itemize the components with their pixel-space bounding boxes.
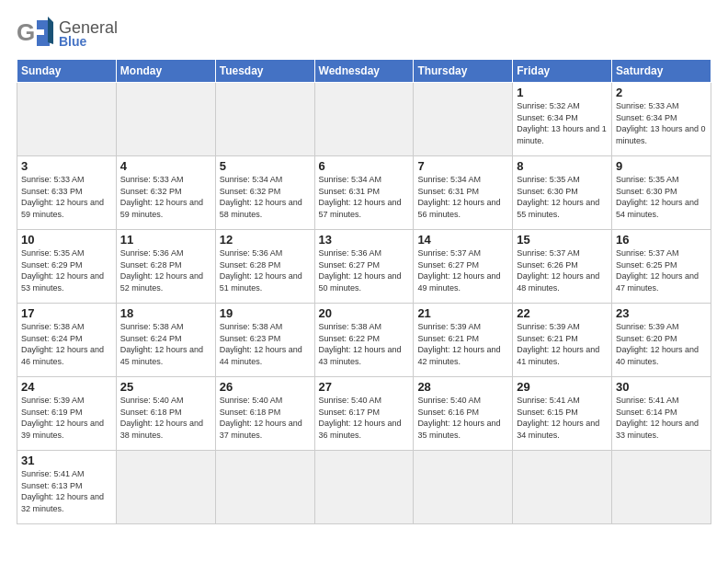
day-info: Sunrise: 5:38 AM Sunset: 6:24 PM Dayligh… [21,321,112,367]
day-number: 24 [21,380,112,394]
logo-blue: Blue [59,34,118,49]
header: G General Blue [17,17,711,50]
day-info: Sunrise: 5:33 AM Sunset: 6:32 PM Dayligh… [120,174,211,220]
calendar-cell [414,451,513,524]
day-number: 4 [120,159,211,173]
day-number: 16 [616,233,707,247]
calendar-cell: 12Sunrise: 5:36 AM Sunset: 6:28 PM Dayli… [215,230,314,304]
calendar-cell: 13Sunrise: 5:36 AM Sunset: 6:27 PM Dayli… [314,230,414,304]
day-info: Sunrise: 5:36 AM Sunset: 6:28 PM Dayligh… [220,247,311,293]
day-number: 17 [21,306,112,320]
calendar-cell: 25Sunrise: 5:40 AM Sunset: 6:18 PM Dayli… [116,377,215,451]
week-row-4: 24Sunrise: 5:39 AM Sunset: 6:19 PM Dayli… [17,377,711,451]
calendar-cell: 31Sunrise: 5:41 AM Sunset: 6:13 PM Dayli… [17,451,117,524]
calendar-cell: 26Sunrise: 5:40 AM Sunset: 6:18 PM Dayli… [215,377,314,451]
calendar-table: SundayMondayTuesdayWednesdayThursdayFrid… [17,59,711,524]
calendar-cell [116,83,215,156]
logo-wrapper: G General Blue [17,17,118,50]
day-info: Sunrise: 5:34 AM Sunset: 6:31 PM Dayligh… [319,174,410,220]
calendar-cell [513,451,612,524]
day-info: Sunrise: 5:36 AM Sunset: 6:28 PM Dayligh… [120,247,211,293]
day-info: Sunrise: 5:34 AM Sunset: 6:32 PM Dayligh… [220,174,311,220]
svg-marker-2 [48,17,53,44]
day-info: Sunrise: 5:39 AM Sunset: 6:19 PM Dayligh… [21,395,112,441]
day-info: Sunrise: 5:39 AM Sunset: 6:21 PM Dayligh… [417,321,508,367]
calendar-cell: 6Sunrise: 5:34 AM Sunset: 6:31 PM Daylig… [314,156,414,230]
day-info: Sunrise: 5:40 AM Sunset: 6:18 PM Dayligh… [120,395,211,441]
day-info: Sunrise: 5:35 AM Sunset: 6:30 PM Dayligh… [517,174,608,220]
day-number: 3 [21,159,112,173]
svg-marker-1 [37,20,50,46]
day-number: 9 [616,159,707,173]
calendar-cell: 3Sunrise: 5:33 AM Sunset: 6:33 PM Daylig… [17,156,117,230]
day-number: 18 [120,306,211,320]
week-row-3: 17Sunrise: 5:38 AM Sunset: 6:24 PM Dayli… [17,304,711,377]
col-header-thursday: Thursday [414,60,513,83]
day-number: 7 [417,159,508,173]
col-header-wednesday: Wednesday [314,60,414,83]
day-number: 31 [21,454,112,467]
day-number: 11 [120,233,211,247]
day-info: Sunrise: 5:36 AM Sunset: 6:27 PM Dayligh… [319,247,410,293]
calendar-cell [314,83,414,156]
day-info: Sunrise: 5:37 AM Sunset: 6:26 PM Dayligh… [517,247,608,293]
calendar-cell: 15Sunrise: 5:37 AM Sunset: 6:26 PM Dayli… [513,230,612,304]
day-info: Sunrise: 5:33 AM Sunset: 6:33 PM Dayligh… [21,174,112,220]
calendar-cell [314,451,414,524]
day-number: 8 [517,159,608,173]
day-info: Sunrise: 5:38 AM Sunset: 6:22 PM Dayligh… [319,321,410,367]
calendar-cell: 22Sunrise: 5:39 AM Sunset: 6:21 PM Dayli… [513,304,612,377]
calendar-cell: 14Sunrise: 5:37 AM Sunset: 6:27 PM Dayli… [414,230,513,304]
calendar-cell: 1Sunrise: 5:32 AM Sunset: 6:34 PM Daylig… [513,83,612,156]
calendar-cell: 10Sunrise: 5:35 AM Sunset: 6:29 PM Dayli… [17,230,117,304]
calendar-cell: 7Sunrise: 5:34 AM Sunset: 6:31 PM Daylig… [414,156,513,230]
day-info: Sunrise: 5:41 AM Sunset: 6:15 PM Dayligh… [517,395,608,441]
week-row-2: 10Sunrise: 5:35 AM Sunset: 6:29 PM Dayli… [17,230,711,304]
calendar-cell: 23Sunrise: 5:39 AM Sunset: 6:20 PM Dayli… [612,304,711,377]
day-number: 15 [517,233,608,247]
calendar-cell: 28Sunrise: 5:40 AM Sunset: 6:16 PM Dayli… [414,377,513,451]
svg-text:G: G [17,18,35,46]
day-info: Sunrise: 5:39 AM Sunset: 6:20 PM Dayligh… [616,321,707,367]
calendar-cell: 20Sunrise: 5:38 AM Sunset: 6:22 PM Dayli… [314,304,414,377]
calendar-header-row: SundayMondayTuesdayWednesdayThursdayFrid… [17,60,711,83]
day-number: 23 [616,306,707,320]
calendar-cell: 4Sunrise: 5:33 AM Sunset: 6:32 PM Daylig… [116,156,215,230]
calendar-cell [17,83,117,156]
week-row-0: 1Sunrise: 5:32 AM Sunset: 6:34 PM Daylig… [17,83,711,156]
calendar-cell [116,451,215,524]
col-header-sunday: Sunday [17,60,117,83]
week-row-1: 3Sunrise: 5:33 AM Sunset: 6:33 PM Daylig… [17,156,711,230]
day-info: Sunrise: 5:40 AM Sunset: 6:18 PM Dayligh… [220,395,311,441]
day-number: 13 [319,233,410,247]
logo: G General Blue [17,17,118,50]
calendar-cell: 30Sunrise: 5:41 AM Sunset: 6:14 PM Dayli… [612,377,711,451]
day-number: 26 [220,380,311,394]
calendar-cell: 18Sunrise: 5:38 AM Sunset: 6:24 PM Dayli… [116,304,215,377]
calendar-cell: 11Sunrise: 5:36 AM Sunset: 6:28 PM Dayli… [116,230,215,304]
day-info: Sunrise: 5:40 AM Sunset: 6:16 PM Dayligh… [417,395,508,441]
calendar-cell: 9Sunrise: 5:35 AM Sunset: 6:30 PM Daylig… [612,156,711,230]
calendar-cell: 17Sunrise: 5:38 AM Sunset: 6:24 PM Dayli… [17,304,117,377]
day-number: 6 [319,159,410,173]
logo-name: General Blue [59,18,118,49]
day-number: 29 [517,380,608,394]
day-info: Sunrise: 5:37 AM Sunset: 6:25 PM Dayligh… [616,247,707,293]
day-info: Sunrise: 5:34 AM Sunset: 6:31 PM Dayligh… [417,174,508,220]
day-number: 19 [220,306,311,320]
day-info: Sunrise: 5:38 AM Sunset: 6:24 PM Dayligh… [120,321,211,367]
calendar-cell: 16Sunrise: 5:37 AM Sunset: 6:25 PM Dayli… [612,230,711,304]
day-number: 25 [120,380,211,394]
day-number: 30 [616,380,707,394]
calendar-cell: 24Sunrise: 5:39 AM Sunset: 6:19 PM Dayli… [17,377,117,451]
day-number: 22 [517,306,608,320]
day-number: 2 [616,86,707,99]
day-number: 14 [417,233,508,247]
day-info: Sunrise: 5:39 AM Sunset: 6:21 PM Dayligh… [517,321,608,367]
calendar-cell: 27Sunrise: 5:40 AM Sunset: 6:17 PM Dayli… [314,377,414,451]
day-number: 20 [319,306,410,320]
calendar-cell [215,83,314,156]
week-row-5: 31Sunrise: 5:41 AM Sunset: 6:13 PM Dayli… [17,451,711,524]
col-header-saturday: Saturday [612,60,711,83]
calendar-cell: 19Sunrise: 5:38 AM Sunset: 6:23 PM Dayli… [215,304,314,377]
